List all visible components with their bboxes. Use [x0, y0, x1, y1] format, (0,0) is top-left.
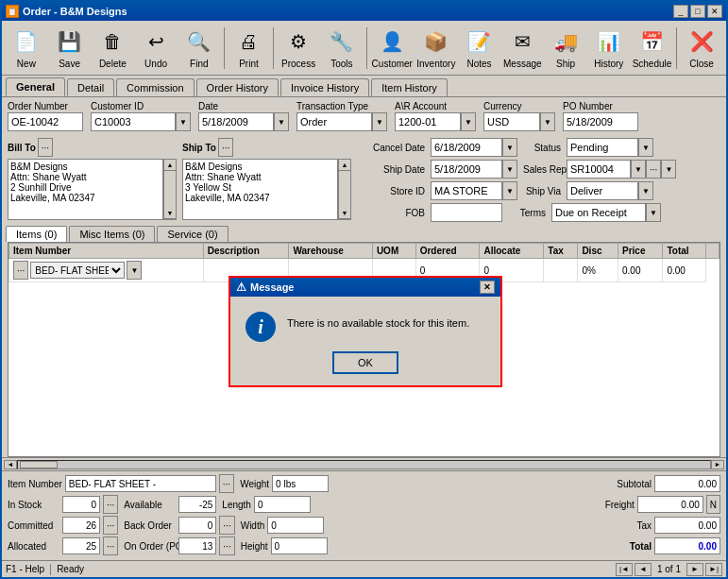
toolbar-ship-button[interactable]: 🚚 Ship	[545, 24, 586, 73]
bill-to-scroll-down[interactable]: ▼	[164, 208, 176, 219]
sales-rep-input[interactable]	[567, 160, 631, 179]
terms-dropdown[interactable]: ▼	[646, 203, 661, 222]
close-button[interactable]: ✕	[707, 5, 722, 18]
toolbar-close-button[interactable]: ❌ Close	[681, 24, 722, 73]
sales-rep-dropdown[interactable]: ▼	[631, 160, 646, 179]
date-input[interactable]	[198, 112, 274, 131]
item-number-bottom-input[interactable]	[65, 475, 216, 492]
tab-item-history[interactable]: Item History	[371, 78, 448, 96]
committed-input[interactable]	[62, 517, 100, 534]
freight-dots-button[interactable]: N	[706, 495, 720, 514]
toolbar-notes-button[interactable]: 📝 Notes	[459, 24, 500, 73]
cancel-date-input[interactable]	[431, 138, 502, 157]
currency-dropdown[interactable]: ▼	[540, 112, 555, 131]
terms-input[interactable]	[551, 203, 646, 222]
store-id-input[interactable]	[431, 181, 502, 200]
tab-order-history[interactable]: Order History	[196, 78, 279, 96]
on-order-dots-button[interactable]: ···	[219, 536, 234, 555]
cancel-date-dropdown[interactable]: ▼	[502, 138, 517, 157]
maximize-button[interactable]: □	[690, 5, 705, 18]
toolbar-print-button[interactable]: 🖨 Print	[229, 24, 270, 73]
allocated-input[interactable]	[62, 537, 100, 554]
height-input[interactable]	[271, 537, 328, 554]
po-number-input[interactable]	[563, 112, 638, 131]
ship-to-dots-button[interactable]: ···	[218, 138, 233, 157]
ar-account-dropdown[interactable]: ▼	[461, 112, 476, 131]
on-order-input[interactable]	[178, 537, 216, 554]
toolbar-tools-button[interactable]: 🔧 Tools	[321, 24, 363, 73]
sub-tab-service[interactable]: Service (0)	[157, 226, 228, 242]
dialog-close-button[interactable]: ✕	[480, 281, 495, 294]
transaction-type-dropdown[interactable]: ▼	[372, 112, 387, 131]
freight-input[interactable]	[637, 496, 703, 513]
tax-input[interactable]	[654, 517, 720, 534]
back-order-dots-button[interactable]: ···	[219, 516, 234, 535]
page-last-button[interactable]: ►|	[705, 563, 722, 576]
tab-detail[interactable]: Detail	[67, 78, 114, 96]
in-stock-dots-button[interactable]: ···	[103, 495, 118, 514]
toolbar-save-button[interactable]: 💾 Save	[49, 24, 91, 73]
ship-via-input[interactable]	[567, 181, 638, 200]
scroll-right-button[interactable]: ►	[711, 460, 724, 469]
toolbar-customer-button[interactable]: 👤 Customer	[371, 24, 414, 73]
sub-tab-items[interactable]: Items (0)	[6, 226, 67, 242]
ship-to-scrollbar[interactable]: ▲ ▼	[338, 159, 351, 220]
fob-input[interactable]	[431, 203, 502, 222]
bill-to-scrollbar[interactable]: ▲ ▼	[163, 159, 177, 220]
toolbar-find-button[interactable]: 🔍 Find	[178, 24, 220, 73]
page-first-button[interactable]: |◄	[616, 563, 633, 576]
ship-via-dropdown[interactable]: ▼	[638, 181, 653, 200]
ship-date-dropdown[interactable]: ▼	[502, 160, 517, 179]
back-order-input[interactable]	[178, 517, 216, 534]
length-input[interactable]	[254, 496, 311, 513]
tab-general[interactable]: General	[6, 77, 65, 96]
total-input[interactable]	[654, 537, 720, 554]
customer-id-input[interactable]	[91, 112, 176, 131]
toolbar-undo-button[interactable]: ↩ Undo	[135, 24, 177, 73]
date-dropdown[interactable]: ▼	[274, 112, 289, 131]
sub-tab-misc-items[interactable]: Misc Items (0)	[69, 226, 155, 242]
ship-date-input[interactable]	[431, 160, 502, 179]
toolbar-message-button[interactable]: ✉ Message	[501, 24, 543, 73]
toolbar-new-button[interactable]: 📄 New	[6, 24, 47, 73]
width-input[interactable]	[267, 517, 324, 534]
page-prev-button[interactable]: ◄	[635, 563, 652, 576]
bill-to-scroll-up[interactable]: ▲	[164, 160, 176, 171]
horizontal-scrollbar[interactable]: ◄ ►	[2, 457, 726, 470]
store-id-dropdown[interactable]: ▼	[502, 181, 517, 200]
item-number-dots-button[interactable]: ···	[219, 474, 234, 493]
page-next-button[interactable]: ►	[686, 563, 703, 576]
bill-to-textarea[interactable]: B&M Designs Attn: Shane Wyatt 2 Sunhill …	[8, 159, 163, 220]
sales-rep-dots-button[interactable]: ···	[646, 160, 661, 179]
subtotal-input[interactable]	[654, 475, 720, 492]
order-number-input[interactable]	[8, 112, 83, 131]
ship-to-scroll-up[interactable]: ▲	[339, 160, 350, 171]
toolbar-delete-button[interactable]: 🗑 Delete	[92, 24, 133, 73]
bill-to-dots-button[interactable]: ···	[38, 138, 53, 157]
scroll-thumb[interactable]	[20, 461, 58, 468]
dialog-ok-button[interactable]: OK	[332, 351, 398, 374]
ar-account-input[interactable]	[395, 112, 461, 131]
toolbar-history-button[interactable]: 📊 History	[588, 24, 630, 73]
ship-to-textarea[interactable]: B&M Designs Attn: Shane Wyatt 3 Yellow S…	[182, 159, 338, 220]
in-stock-input[interactable]	[62, 496, 100, 513]
status-input[interactable]	[567, 138, 638, 157]
allocated-dots-button[interactable]: ···	[103, 536, 118, 555]
scroll-left-button[interactable]: ◄	[4, 460, 17, 469]
toolbar-schedule-button[interactable]: 📅 Schedule	[632, 24, 673, 73]
scroll-track[interactable]	[17, 460, 711, 469]
toolbar-process-button[interactable]: ⚙ Process	[278, 24, 319, 73]
ship-to-scroll-down[interactable]: ▼	[339, 208, 350, 219]
item-number-select[interactable]: BED- FLAT SHEET	[30, 262, 125, 279]
minimize-button[interactable]: _	[673, 5, 688, 18]
sales-rep-arrow[interactable]: ▼	[661, 160, 676, 179]
transaction-type-input[interactable]	[296, 112, 372, 131]
customer-id-dropdown[interactable]: ▼	[176, 112, 191, 131]
tab-commission[interactable]: Commission	[116, 78, 195, 96]
toolbar-inventory-button[interactable]: 📦 Inventory	[415, 24, 457, 73]
currency-input[interactable]	[483, 112, 540, 131]
tab-invoice-history[interactable]: Invoice History	[280, 78, 369, 96]
item-dropdown[interactable]: ▼	[127, 261, 142, 280]
item-dots-button[interactable]: ···	[13, 261, 28, 280]
committed-dots-button[interactable]: ···	[103, 516, 118, 535]
